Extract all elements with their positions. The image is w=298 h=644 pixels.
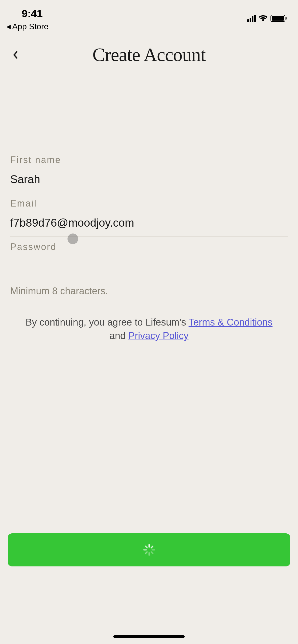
status-bar: 9:41 ◀ App Store — [0, 0, 298, 31]
home-indicator[interactable] — [113, 635, 185, 638]
wifi-icon — [259, 15, 267, 22]
password-input[interactable] — [10, 252, 288, 280]
legal-prefix: By continuing, you agree to Lifesum's — [25, 317, 188, 328]
battery-icon — [270, 15, 285, 22]
app-store-back-link[interactable]: ◀ App Store — [6, 22, 48, 31]
loading-spinner-icon — [143, 544, 155, 556]
legal-middle: and — [110, 330, 128, 341]
app-store-label: App Store — [12, 22, 48, 31]
first-name-field-group: First name — [10, 155, 288, 193]
chevron-left-icon — [13, 51, 18, 59]
password-label: Password — [10, 242, 288, 252]
first-name-input[interactable] — [10, 165, 288, 193]
email-input[interactable] — [10, 209, 288, 237]
submit-button[interactable] — [8, 533, 290, 566]
back-triangle-icon: ◀ — [6, 23, 11, 30]
privacy-link[interactable]: Privacy Policy — [128, 330, 189, 341]
email-label: Email — [10, 198, 288, 209]
page-title: Create Account — [10, 44, 288, 66]
status-time: 9:41 — [22, 8, 48, 20]
page-header: Create Account — [0, 44, 298, 66]
touch-indicator — [67, 233, 78, 244]
back-button[interactable] — [10, 50, 20, 60]
first-name-label: First name — [10, 155, 288, 165]
signup-form: First name Email Password Minimum 8 char… — [0, 155, 298, 343]
password-helper-text: Minimum 8 characters. — [10, 286, 288, 297]
email-field-group: Email — [10, 198, 288, 237]
password-field-group: Password Minimum 8 characters. — [10, 242, 288, 297]
cellular-signal-icon — [247, 15, 256, 22]
terms-link[interactable]: Terms & Conditions — [188, 317, 272, 328]
legal-disclaimer: By continuing, you agree to Lifesum's Te… — [10, 316, 288, 343]
